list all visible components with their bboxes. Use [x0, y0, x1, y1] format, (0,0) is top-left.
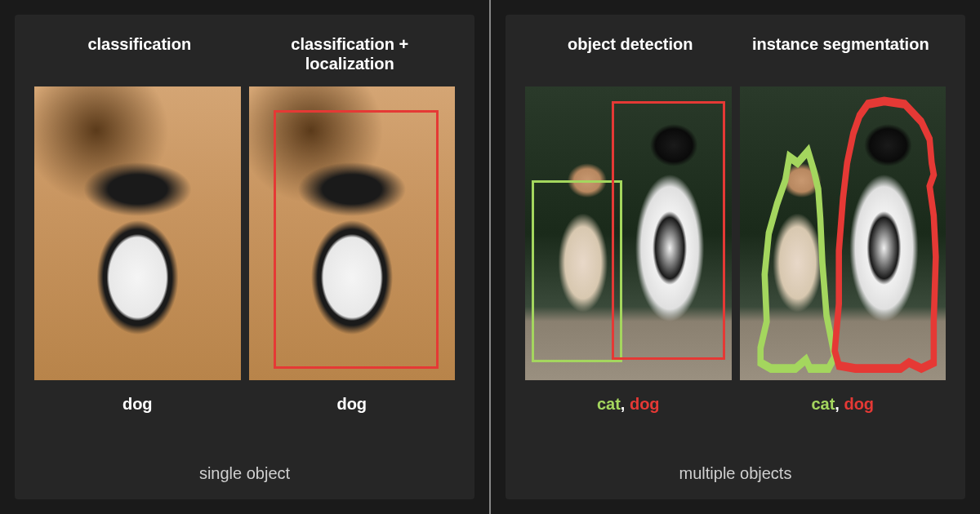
right-panel: object detection instance segmentation c… — [491, 0, 980, 514]
segmentation-overlay — [740, 86, 947, 380]
caption-multiple-objects: multiple objects — [525, 464, 946, 483]
label-dog: dog — [630, 395, 660, 413]
mask-outline-dog — [835, 101, 936, 369]
cell-segmentation: cat, dog — [740, 86, 947, 441]
photo-dog-icon — [34, 86, 241, 380]
label-classification: dog — [122, 395, 153, 414]
image-segmentation — [740, 86, 947, 380]
cell-detection: cat, dog — [525, 86, 732, 441]
caption-single-object: single object — [34, 464, 455, 483]
header-classification: classification — [34, 34, 245, 75]
label-cat: cat — [811, 395, 835, 413]
label-sep: , — [835, 395, 844, 413]
right-images: cat, dog cat, dog — [525, 86, 946, 441]
label-sep: , — [621, 395, 630, 413]
left-headers: classification classification + localiza… — [34, 34, 455, 75]
label-localization: dog — [336, 395, 367, 414]
left-card: classification classification + localiza… — [15, 15, 474, 499]
mask-outline-cat — [760, 151, 835, 368]
right-card: object detection instance segmentation c… — [506, 15, 965, 499]
image-classification — [34, 86, 241, 380]
labels-detection: cat, dog — [597, 395, 660, 414]
header-localization: classification + localization — [245, 34, 456, 75]
bbox-dog-localization — [274, 110, 439, 369]
bbox-dog-detection — [612, 101, 725, 360]
left-panel: classification classification + localiza… — [0, 0, 489, 514]
cell-localization: dog — [249, 86, 456, 441]
bbox-cat-detection — [532, 180, 622, 362]
left-images: dog dog — [34, 86, 455, 441]
cell-classification: dog — [34, 86, 241, 441]
image-detection — [525, 86, 732, 380]
right-headers: object detection instance segmentation — [525, 34, 946, 75]
label-cat: cat — [597, 395, 621, 413]
labels-segmentation: cat, dog — [811, 395, 874, 414]
label-dog: dog — [844, 395, 874, 413]
header-detection: object detection — [525, 34, 736, 75]
image-localization — [249, 86, 456, 380]
header-segmentation: instance segmentation — [736, 34, 947, 75]
